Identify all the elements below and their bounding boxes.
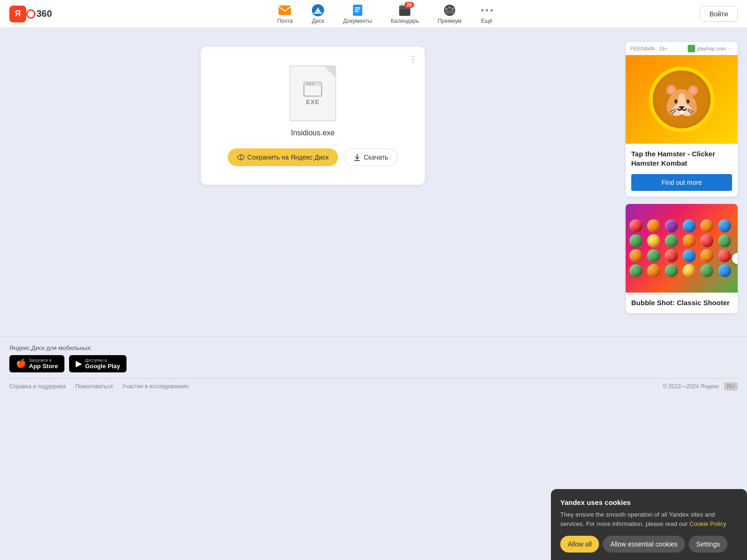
cookie-banner: Yandex uses cookies They ensure the smoo… — [551, 489, 747, 560]
bubble — [700, 264, 713, 277]
content-area: ⋮ EXE Insidious.exe — [9, 42, 616, 313]
svg-point-17 — [490, 9, 493, 11]
logo[interactable]: Я 360 — [9, 6, 52, 22]
svg-point-20 — [306, 83, 308, 85]
main-nav: Почта Диск Докуме — [70, 0, 699, 28]
svg-rect-8 — [401, 4, 402, 7]
footer-right: © 2012—2024 Яндекс RU — [662, 383, 738, 390]
mail-icon — [278, 4, 291, 17]
bubble — [647, 249, 660, 262]
apple-icon: 🍎 — [16, 358, 26, 369]
file-card: ⋮ EXE Insidious.exe — [201, 47, 425, 185]
bubble — [665, 219, 678, 232]
bubble — [700, 249, 713, 262]
yandex-logo: Я — [9, 6, 26, 22]
footer-links: Справка и поддержка Пожаловаться Участие… — [9, 378, 738, 390]
googleplay-text: Доступно в Google Play — [85, 358, 120, 370]
nav-mail[interactable]: Почта — [270, 0, 300, 28]
svg-point-13 — [451, 7, 454, 10]
lang-switch[interactable]: RU — [724, 382, 738, 391]
ad-title-1: Tap the Hamster - Clicker Hamster Kombat — [626, 144, 738, 170]
svg-rect-0 — [279, 6, 291, 15]
nav-calendar[interactable]: 26 Календарь — [383, 0, 427, 28]
download-icon — [353, 154, 361, 161]
googleplay-button[interactable]: ▶ Доступно в Google Play — [69, 355, 127, 372]
googleplay-line2: Google Play — [85, 363, 120, 370]
ad-label-1: РЕКЛАМА · 16+ — [630, 46, 668, 51]
docs-icon — [351, 4, 364, 17]
bubble — [647, 234, 660, 247]
footer-link-research[interactable]: Участие в исследованиях — [122, 383, 189, 390]
nav-disk[interactable]: Диск — [304, 0, 332, 28]
file-icon: EXE — [289, 65, 336, 121]
allow-essential-button[interactable]: Allow essential cookies — [603, 536, 685, 553]
bubble — [647, 264, 660, 277]
bubble — [683, 264, 696, 277]
bubble — [629, 249, 642, 262]
cookie-policy-link[interactable]: Cookie Policy — [690, 520, 726, 527]
file-actions: Сохранить на Яндекс Диск Скачать — [228, 148, 398, 166]
bubble — [683, 219, 696, 232]
allow-all-button[interactable]: Allow all — [560, 536, 599, 553]
save-to-disk-button[interactable]: Сохранить на Яндекс Диск — [228, 148, 338, 166]
nav-docs[interactable]: Документы — [336, 0, 380, 28]
bubble — [665, 249, 678, 262]
file-icon-inner: EXE — [303, 82, 322, 105]
download-button[interactable]: Скачать — [344, 148, 398, 166]
svg-rect-3 — [355, 7, 360, 8]
bubble — [629, 234, 642, 247]
ad-favicon-1 — [688, 45, 695, 52]
login-button[interactable]: Войти — [700, 6, 738, 22]
save-icon — [237, 154, 245, 161]
svg-rect-14 — [445, 10, 454, 14]
svg-point-11 — [445, 7, 448, 10]
mobile-section: Яндекс.Диск для мобильных: 🍎 Загрузите в… — [9, 344, 738, 372]
svg-point-15 — [481, 9, 483, 11]
logo-360-text: 360 — [36, 8, 52, 19]
bubble — [647, 219, 660, 232]
cookie-title: Yandex uses cookies — [560, 498, 738, 506]
nav-premium-label: Премиум — [437, 18, 461, 24]
nav-more[interactable]: Ещё — [473, 0, 501, 28]
disk-icon — [311, 4, 324, 17]
logo-circle-icon — [26, 9, 35, 19]
appstore-line1: Загрузите в — [29, 358, 58, 363]
bubble — [665, 234, 678, 247]
footer-link-report[interactable]: Пожаловаться — [75, 383, 113, 390]
sidebar-ads: РЕКЛАМА · 16+ playhop.com ⋯ 🐹 Tap the Ha… — [626, 42, 738, 313]
nav-calendar-label: Календарь — [391, 18, 419, 24]
file-exe-label: EXE — [306, 98, 319, 105]
svg-point-21 — [309, 83, 311, 85]
ad-cta-1[interactable]: Find out more — [631, 174, 732, 191]
ad-block-2: › — [626, 204, 738, 313]
header: Я 360 Почта Диск — [0, 0, 747, 28]
svg-point-16 — [486, 9, 488, 11]
ad-block-1: РЕКЛАМА · 16+ playhop.com ⋯ 🐹 Tap the Ha… — [626, 42, 738, 196]
nav-premium[interactable]: Премиум — [430, 0, 469, 28]
main-content: ⋮ EXE Insidious.exe — [0, 28, 747, 327]
svg-rect-5 — [355, 11, 359, 12]
bubble — [700, 219, 713, 232]
bubble — [683, 234, 696, 247]
nav-mail-label: Почта — [277, 18, 293, 24]
appstore-button[interactable]: 🍎 Загрузите в App Store — [9, 355, 64, 372]
calendar-icon: 26 — [398, 4, 411, 17]
file-icon-wrapper: EXE — [289, 65, 336, 121]
bubble — [629, 219, 642, 232]
ad-header-1: РЕКЛАМА · 16+ playhop.com ⋯ — [626, 42, 738, 55]
footer: Яндекс.Диск для мобильных: 🍎 Загрузите в… — [0, 336, 747, 393]
svg-point-12 — [448, 6, 451, 9]
cookie-settings-button[interactable]: Settings — [689, 536, 727, 553]
nav-more-label: Ещё — [481, 18, 493, 24]
appstore-line2: App Store — [29, 363, 58, 370]
file-menu-button[interactable]: ⋮ — [409, 54, 417, 64]
footer-link-support[interactable]: Справка и поддержка — [9, 383, 66, 390]
copyright: © 2012—2024 Яндекс — [662, 383, 719, 390]
googleplay-line1: Доступно в — [85, 358, 120, 363]
ad-source-1: playhop.com ⋯ — [688, 45, 733, 52]
premium-icon — [443, 4, 456, 17]
file-name: Insidious.exe — [291, 129, 334, 137]
appstore-text: Загрузите в App Store — [29, 358, 58, 370]
cookie-actions: Allow all Allow essential cookies Settin… — [560, 536, 738, 553]
hamster-graphic: 🐹 — [649, 67, 714, 132]
